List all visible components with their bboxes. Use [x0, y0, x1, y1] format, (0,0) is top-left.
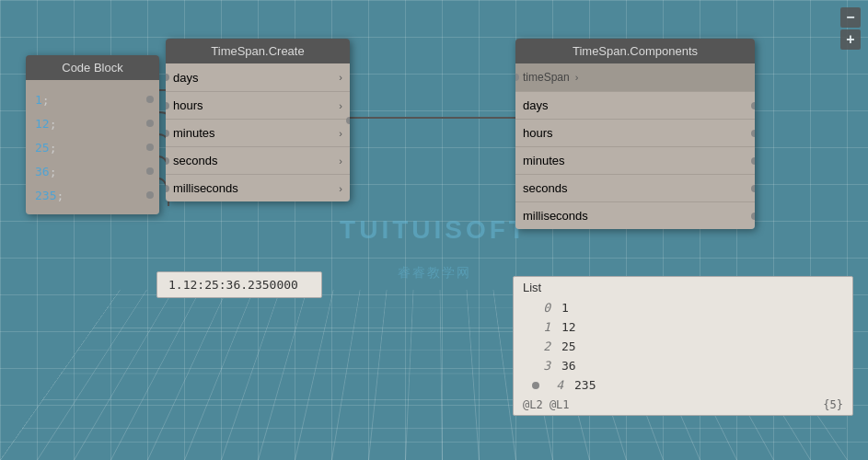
code-value-4: 235	[35, 189, 56, 202]
components-label-seconds: seconds	[523, 181, 747, 195]
create-port-hours-left	[166, 102, 169, 109]
create-row-days: days ›	[166, 63, 350, 91]
code-line-1: 12 ; ›	[35, 111, 150, 135]
code-semi-1: ;	[50, 117, 57, 131]
create-port-seconds-left	[166, 157, 169, 165]
timespan-create-title: TimeSpan.Create	[166, 39, 350, 63]
code-block-node: Code Block 1 ; › 12 ; › 25 ; › 36 ; › 23…	[26, 55, 159, 214]
code-block-title: Code Block	[26, 55, 159, 80]
code-value-0: 1	[35, 93, 42, 107]
create-label-seconds: seconds	[173, 154, 339, 167]
timespan-components-body: timeSpan › days hours minutes seconds mi…	[515, 63, 755, 229]
components-label-hours: hours	[523, 126, 747, 140]
list-item-2: 2 25	[514, 337, 852, 356]
create-row-minutes: minutes ›	[166, 119, 350, 146]
components-label-days: days	[523, 98, 747, 112]
list-item-4: 4 235	[514, 375, 852, 395]
create-arrow-days: ›	[339, 72, 342, 83]
code-line-3: 36 ; ›	[35, 159, 150, 183]
port-dot-4	[146, 191, 154, 199]
create-arrow-hours: ›	[339, 100, 342, 111]
list-index-1: 1	[532, 320, 550, 334]
components-port-hours	[751, 130, 755, 137]
components-port-ms	[751, 213, 755, 220]
create-arrow-ms: ›	[339, 183, 342, 194]
components-input-row: timeSpan ›	[515, 63, 755, 91]
code-line-2: 25 ; ›	[35, 135, 150, 159]
create-label-milliseconds: milliseconds	[173, 181, 339, 195]
create-port-minutes-left	[166, 130, 169, 137]
zoom-in-button[interactable]: +	[840, 29, 861, 50]
port-dot-0	[146, 96, 154, 103]
create-arrow-minutes: ›	[339, 128, 342, 139]
port-dot-2	[146, 144, 154, 151]
create-output-port	[346, 117, 350, 124]
timespan-components-title: TimeSpan.Components	[515, 39, 755, 63]
code-semi-0: ;	[42, 93, 50, 107]
timespan-create-body: days › hours › minutes › seconds › milli…	[166, 63, 350, 201]
list-index-0: 0	[532, 301, 550, 315]
list-item-0: 0 1	[514, 298, 852, 317]
code-value-1: 12	[35, 117, 50, 131]
list-item-1: 1 12	[514, 317, 852, 337]
list-item-3: 3 36	[514, 356, 852, 375]
components-port-minutes	[751, 157, 755, 165]
list-dot-4	[532, 382, 539, 389]
components-row-milliseconds: milliseconds	[515, 201, 755, 229]
list-footer-left: @L2 @L1	[523, 398, 570, 411]
components-input-arrow: ›	[575, 72, 579, 83]
components-row-days: days	[515, 91, 755, 119]
code-value-3: 36	[35, 165, 50, 178]
create-port-ms-left	[166, 185, 169, 192]
list-value-1: 12	[561, 320, 576, 334]
list-index-4: 4	[545, 378, 563, 392]
code-block-body: 1 ; › 12 ; › 25 ; › 36 ; › 235 ; ›	[26, 80, 159, 214]
components-row-minutes: minutes	[515, 146, 755, 174]
list-footer: @L2 @L1 {5}	[514, 395, 852, 415]
create-row-milliseconds: milliseconds ›	[166, 174, 350, 201]
timespan-create-node: TimeSpan.Create days › hours › minutes ›…	[166, 39, 350, 201]
create-label-days: days	[173, 71, 339, 85]
code-line-0: 1 ; ›	[35, 87, 150, 111]
port-dot-1	[146, 120, 154, 127]
zoom-controls: − +	[840, 7, 861, 50]
components-row-hours: hours	[515, 119, 755, 146]
code-semi-2: ;	[50, 141, 57, 155]
timespan-components-node: TimeSpan.Components timeSpan › days hour…	[515, 39, 755, 229]
components-port-seconds	[751, 185, 755, 192]
code-semi-3: ;	[50, 165, 57, 178]
output-value-box: 1.12:25:36.2350000	[156, 271, 322, 298]
list-output-box: List 0 1 1 12 2 25 3 36 4 235 @L2 @L1 {5…	[513, 276, 853, 416]
list-footer-right: {5}	[823, 398, 843, 411]
list-index-3: 3	[532, 359, 550, 373]
components-label-milliseconds: milliseconds	[523, 209, 747, 223]
list-value-3: 36	[561, 359, 576, 373]
zoom-out-button[interactable]: −	[840, 7, 861, 28]
list-value-4: 235	[574, 378, 596, 392]
create-label-minutes: minutes	[173, 126, 339, 140]
list-index-2: 2	[532, 339, 550, 353]
port-dot-3	[146, 167, 154, 175]
list-value-2: 25	[561, 339, 576, 353]
components-label-minutes: minutes	[523, 154, 747, 167]
output-value: 1.12:25:36.2350000	[168, 278, 298, 292]
create-port-days-left	[166, 74, 169, 81]
components-row-seconds: seconds	[515, 174, 755, 201]
components-port-days	[751, 102, 755, 109]
create-row-hours: hours ›	[166, 91, 350, 119]
components-input-label: timeSpan	[523, 71, 570, 84]
create-label-hours: hours	[173, 98, 339, 112]
code-line-4: 235 ; ›	[35, 183, 150, 207]
code-semi-4: ;	[56, 189, 64, 202]
create-arrow-seconds: ›	[339, 155, 342, 167]
list-value-0: 1	[561, 301, 569, 315]
list-header: List	[514, 277, 852, 298]
create-row-seconds: seconds ›	[166, 146, 350, 174]
code-value-2: 25	[35, 141, 50, 155]
components-input-port	[515, 74, 519, 81]
